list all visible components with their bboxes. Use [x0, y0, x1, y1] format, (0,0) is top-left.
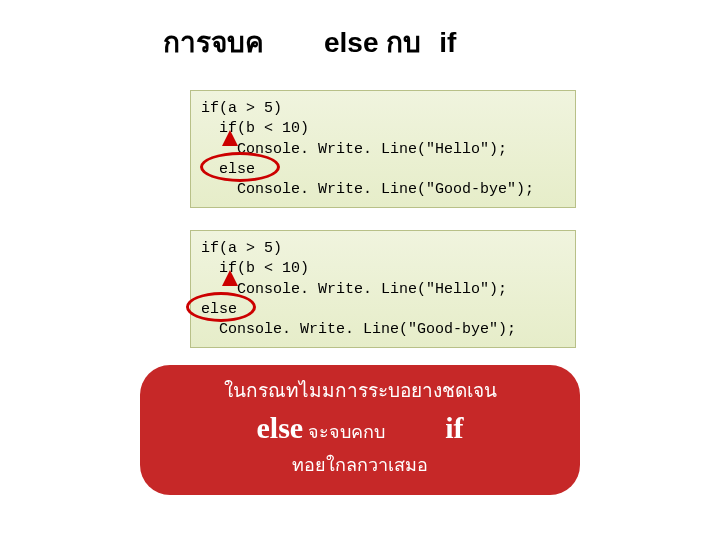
caption-line2: else จะจบคกบif — [140, 411, 580, 446]
code-block-1: if(a > 5) if(b < 10) Console. Write. Lin… — [190, 90, 576, 208]
code1-l5: Console. Write. Line("Good-bye"); — [201, 181, 534, 198]
caption-mid: จะจบคกบ — [303, 422, 385, 442]
code2-l5: Console. Write. Line("Good-bye"); — [201, 321, 516, 338]
red-oval-2 — [186, 292, 256, 322]
caption-kw-else: else — [257, 411, 304, 444]
code2-l1: if(a > 5) — [201, 240, 282, 257]
caption-line3: ทอยใกลกวาเสมอ — [140, 450, 580, 479]
title-part2: else กบ — [324, 27, 421, 58]
slide-title: การจบคelse กบif — [163, 20, 583, 64]
title-part1: การจบค — [163, 27, 264, 58]
code2-l2: if(b < 10) — [201, 260, 309, 277]
code1-l1: if(a > 5) — [201, 100, 282, 117]
title-part3: if — [439, 27, 456, 58]
caption-kw-if: if — [445, 411, 463, 444]
red-arrow-2 — [222, 270, 238, 286]
caption-box: ในกรณทไมมการระบอยางชดเจน else จะจบคกบif … — [140, 365, 580, 495]
code2-l3: Console. Write. Line("Hello"); — [201, 281, 507, 298]
code1-l2: if(b < 10) — [201, 120, 309, 137]
code-block-2: if(a > 5) if(b < 10) Console. Write. Lin… — [190, 230, 576, 348]
red-oval-1 — [200, 152, 280, 182]
caption-line1: ในกรณทไมมการระบอยางชดเจน — [140, 375, 580, 405]
red-arrow-1 — [222, 130, 238, 146]
